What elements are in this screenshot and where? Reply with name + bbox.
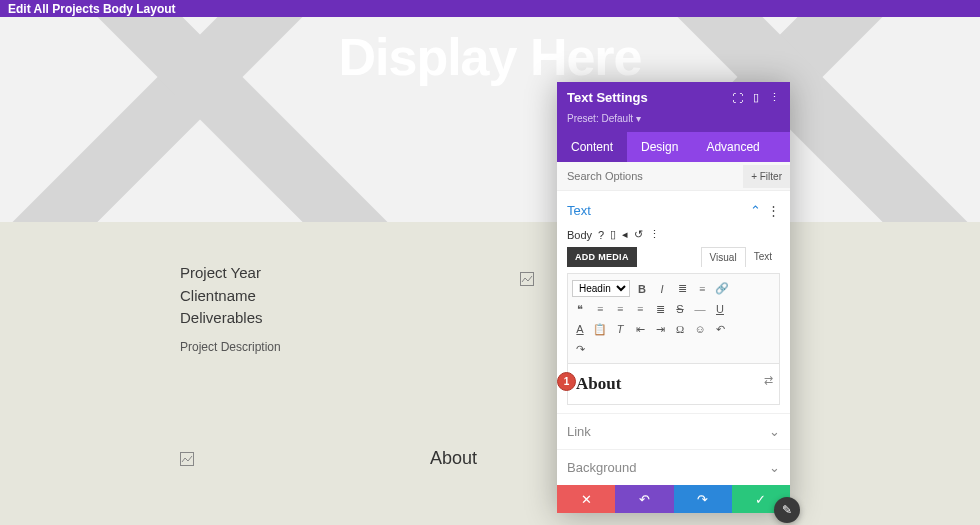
panel-tabs: Content Design Advanced — [557, 132, 790, 162]
editor-area[interactable]: 1 About ⇄ — [567, 364, 780, 405]
align-right-icon[interactable]: ≡ — [632, 301, 648, 317]
bullet-list-icon[interactable]: ≣ — [674, 281, 690, 297]
editor-toolbar: Heading 2 B I ≣ ≡ 🔗 ❝ ≡ ≡ ≡ ≣ S — U A 📋 … — [567, 273, 780, 364]
add-media-button[interactable]: ADD MEDIA — [567, 247, 637, 267]
strikethrough-icon[interactable]: S — [672, 301, 688, 317]
paste-icon[interactable]: 📋 — [592, 321, 608, 337]
chevron-up-icon[interactable]: ⌃ — [750, 203, 761, 218]
text-section: Text ⌃ ⋮ Body ? ▯ ◂ ↺ ⋮ ADD MEDIA Visual… — [557, 191, 790, 413]
underline-icon[interactable]: U — [712, 301, 728, 317]
tab-design[interactable]: Design — [627, 132, 692, 162]
editor-mode-tabs: Visual Text — [701, 247, 780, 267]
help-icon[interactable]: ? — [598, 229, 604, 241]
chevron-down-icon: ▾ — [636, 113, 641, 124]
chevron-down-icon: ⌄ — [769, 424, 780, 439]
expand-icon[interactable]: ⛶ — [732, 92, 743, 104]
preset-label[interactable]: Preset: Default ▾ — [557, 113, 790, 132]
hr-icon[interactable]: — — [692, 301, 708, 317]
undo-button[interactable]: ↶ — [615, 485, 673, 513]
hover-icon[interactable]: ◂ — [622, 228, 628, 241]
text-section-header[interactable]: Text ⌃ ⋮ — [567, 199, 780, 222]
search-row: + Filter — [557, 162, 790, 191]
redo-button[interactable]: ↷ — [674, 485, 732, 513]
quote-icon[interactable]: ❝ — [572, 301, 588, 317]
panel-footer: ✕ ↶ ↷ ✓ — [557, 485, 790, 513]
align-center-icon[interactable]: ≡ — [612, 301, 628, 317]
svg-rect-0 — [521, 273, 534, 286]
text-tab[interactable]: Text — [746, 247, 780, 267]
body-label: Body — [567, 229, 592, 241]
undo-icon[interactable]: ↶ — [712, 321, 728, 337]
broken-image-icon — [180, 452, 194, 466]
kebab-icon[interactable]: ⋮ — [767, 203, 780, 218]
broken-image-icon — [520, 272, 534, 286]
top-bar: Edit All Projects Body Layout — [0, 0, 980, 17]
kebab-icon[interactable]: ⋮ — [649, 228, 660, 241]
svg-rect-1 — [181, 453, 194, 466]
link-icon[interactable]: 🔗 — [714, 281, 730, 297]
filter-button[interactable]: + Filter — [743, 165, 790, 188]
background-section[interactable]: Background ⌄ — [557, 449, 790, 485]
special-char-icon[interactable]: Ω — [672, 321, 688, 337]
italic-icon[interactable]: I — [654, 281, 670, 297]
hero-area: Display Here — [0, 17, 980, 222]
body-field-row: Body ? ▯ ◂ ↺ ⋮ — [567, 228, 780, 241]
hero-title: Display Here — [338, 27, 641, 87]
cancel-button[interactable]: ✕ — [557, 485, 615, 513]
device-icon[interactable]: ▯ — [610, 228, 616, 241]
editor-heading[interactable]: About — [576, 374, 771, 394]
format-select[interactable]: Heading 2 — [572, 280, 630, 297]
redo-icon[interactable]: ↷ — [572, 341, 588, 357]
outdent-icon[interactable]: ⇤ — [632, 321, 648, 337]
clear-format-icon[interactable]: T — [612, 321, 628, 337]
visual-tab[interactable]: Visual — [701, 247, 746, 267]
text-settings-panel: Text Settings ⛶ ▯ ⋮ Preset: Default ▾ Co… — [557, 82, 790, 513]
indent-icon[interactable]: ⇥ — [652, 321, 668, 337]
step-marker: 1 — [557, 372, 576, 391]
top-bar-title: Edit All Projects Body Layout — [8, 2, 176, 16]
numbered-list-icon[interactable]: ≡ — [694, 281, 710, 297]
reset-icon[interactable]: ↺ — [634, 228, 643, 241]
panel-header[interactable]: Text Settings ⛶ ▯ ⋮ Preset: Default ▾ Co… — [557, 82, 790, 162]
link-section-label: Link — [567, 424, 591, 439]
kebab-icon[interactable]: ⋮ — [769, 91, 780, 104]
section-title: Text — [567, 203, 591, 218]
search-input[interactable] — [557, 162, 743, 190]
link-section[interactable]: Link ⌄ — [557, 413, 790, 449]
page-content: Project Year Clientname Deliverables Pro… — [0, 222, 980, 502]
edit-fab-icon[interactable]: ✎ — [774, 497, 800, 523]
align-justify-icon[interactable]: ≣ — [652, 301, 668, 317]
tab-advanced[interactable]: Advanced — [692, 132, 773, 162]
background-section-label: Background — [567, 460, 636, 475]
tab-content[interactable]: Content — [557, 132, 627, 162]
panel-title: Text Settings — [567, 90, 648, 105]
about-heading-bg: About — [430, 448, 477, 469]
text-color-icon[interactable]: A — [572, 321, 588, 337]
align-left-icon[interactable]: ≡ — [592, 301, 608, 317]
chevron-down-icon: ⌄ — [769, 460, 780, 475]
emoji-icon[interactable]: ☺ — [692, 321, 708, 337]
dynamic-content-icon[interactable]: ⇄ — [764, 374, 773, 387]
bold-icon[interactable]: B — [634, 281, 650, 297]
tablet-icon[interactable]: ▯ — [753, 91, 759, 104]
